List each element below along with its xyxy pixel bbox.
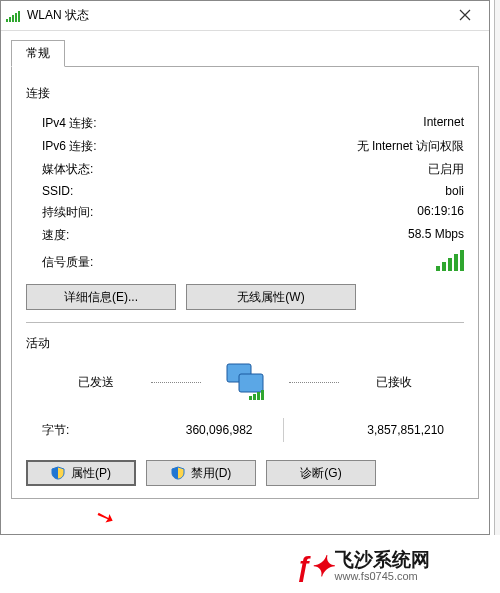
action-buttons: 属性(P) 禁用(D) 诊断(G) xyxy=(26,460,464,486)
window-close-button[interactable] xyxy=(445,2,485,30)
ssid-label: SSID: xyxy=(42,184,73,198)
sent-label: 已发送 xyxy=(61,374,131,391)
connection-heading: 连接 xyxy=(26,85,464,102)
watermark-url: www.fs0745.com xyxy=(335,570,430,582)
shield-icon xyxy=(171,466,185,480)
recv-label: 已接收 xyxy=(359,374,429,391)
media-value: 已启用 xyxy=(428,161,464,178)
ipv4-label: IPv4 连接: xyxy=(42,115,97,132)
disable-button-label: 禁用(D) xyxy=(191,465,232,482)
network-activity-icon xyxy=(221,362,269,402)
bytes-sent-value: 360,096,982 xyxy=(102,423,273,437)
diagnose-button-label: 诊断(G) xyxy=(300,465,341,482)
close-icon xyxy=(459,7,471,25)
bytes-recv-value: 3,857,851,210 xyxy=(294,423,465,437)
signal-label: 信号质量: xyxy=(42,254,93,271)
duration-value: 06:19:16 xyxy=(417,204,464,221)
row-signal: 信号质量: xyxy=(26,247,464,274)
properties-button-label: 属性(P) xyxy=(71,465,111,482)
watermark-logo-icon: ƒ✦ xyxy=(296,550,331,583)
watermark-brand: 飞沙系统网 xyxy=(335,550,430,571)
signal-bars-icon xyxy=(436,250,464,271)
bytes-row: 字节: 360,096,982 3,857,851,210 xyxy=(26,408,464,454)
svg-rect-2 xyxy=(12,15,14,22)
svg-rect-7 xyxy=(249,396,252,400)
dash-left xyxy=(151,382,201,383)
activity-header: 已发送 已接收 xyxy=(26,362,464,402)
row-media: 媒体状态: 已启用 xyxy=(26,158,464,181)
wireless-properties-button[interactable]: 无线属性(W) xyxy=(186,284,356,310)
watermark: ƒ✦ 飞沙系统网 www.fs0745.com xyxy=(290,539,500,593)
window-title: WLAN 状态 xyxy=(27,7,445,24)
properties-button[interactable]: 属性(P) xyxy=(26,460,136,486)
tab-panel: 连接 IPv4 连接: Internet IPv6 连接: 无 Internet… xyxy=(11,66,479,499)
wifi-icon xyxy=(5,9,21,23)
disable-button[interactable]: 禁用(D) xyxy=(146,460,256,486)
duration-label: 持续时间: xyxy=(42,204,93,221)
details-button[interactable]: 详细信息(E)... xyxy=(26,284,176,310)
svg-rect-0 xyxy=(6,19,8,22)
dash-right xyxy=(289,382,339,383)
tab-row: 常规 xyxy=(1,31,489,66)
speed-label: 速度: xyxy=(42,227,69,244)
connection-rows: IPv4 连接: Internet IPv6 连接: 无 Internet 访问… xyxy=(26,112,464,274)
row-ssid: SSID: boli xyxy=(26,181,464,201)
divider xyxy=(26,322,464,323)
shield-icon xyxy=(51,466,65,480)
diagnose-button[interactable]: 诊断(G) xyxy=(266,460,376,486)
bytes-sep xyxy=(283,418,284,442)
ipv4-value: Internet xyxy=(423,115,464,132)
ssid-value: boli xyxy=(445,184,464,198)
wlan-status-dialog: WLAN 状态 常规 连接 IPv4 连接: Internet IPv6 连接:… xyxy=(0,0,490,535)
tab-general[interactable]: 常规 xyxy=(11,40,65,67)
ipv6-label: IPv6 连接: xyxy=(42,138,97,155)
activity-heading: 活动 xyxy=(26,335,464,352)
row-ipv4: IPv4 连接: Internet xyxy=(26,112,464,135)
svg-rect-1 xyxy=(9,17,11,22)
row-speed: 速度: 58.5 Mbps xyxy=(26,224,464,247)
svg-rect-3 xyxy=(15,13,17,22)
svg-rect-9 xyxy=(257,392,260,400)
ipv6-value: 无 Internet 访问权限 xyxy=(357,138,464,155)
row-ipv6: IPv6 连接: 无 Internet 访问权限 xyxy=(26,135,464,158)
svg-rect-10 xyxy=(261,390,264,400)
right-strip xyxy=(494,0,500,535)
bytes-label: 字节: xyxy=(42,422,102,439)
titlebar: WLAN 状态 xyxy=(1,1,489,31)
row-duration: 持续时间: 06:19:16 xyxy=(26,201,464,224)
speed-value: 58.5 Mbps xyxy=(408,227,464,244)
media-label: 媒体状态: xyxy=(42,161,93,178)
svg-rect-4 xyxy=(18,11,20,22)
svg-rect-6 xyxy=(239,374,263,392)
svg-rect-8 xyxy=(253,394,256,400)
